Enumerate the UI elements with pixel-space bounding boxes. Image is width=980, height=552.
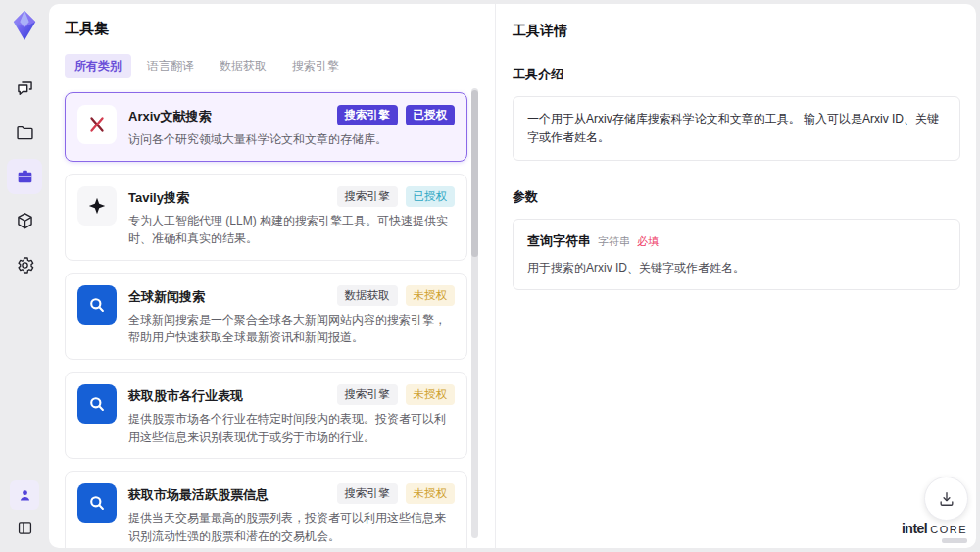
sidebar-item-chat[interactable] [7, 71, 42, 106]
tool-card-1[interactable]: Tavily搜索 搜索引擎 已授权 专为人工智能代理 (LLM) 构建的搜索引擎… [65, 174, 467, 261]
category-badge: 搜索引擎 [337, 105, 398, 125]
user-icon [17, 487, 33, 504]
tool-card-4[interactable]: 获取市场最活跃股票信息 搜索引擎 未授权 提供当天交易量最高的股票列表，投资者可… [65, 471, 467, 548]
tool-badges: 数据获取 未授权 [337, 285, 456, 306]
sidebar-item-tools[interactable] [7, 159, 42, 194]
tool-card-2[interactable]: 全球新闻搜索 数据获取 未授权 全球新闻搜索是一个聚合全球各大新闻网站内容的搜索… [65, 273, 467, 360]
tool-badges: 搜索引擎 已授权 [337, 105, 456, 125]
download-icon [937, 489, 956, 509]
rail-nav [7, 71, 42, 291]
search-globe-icon [86, 393, 108, 415]
tool-detail-panel: 工具详情 工具介绍 一个用于从Arxiv存储库搜索科学论文和文章的工具。 输入可… [497, 4, 976, 548]
params-heading: 参数 [513, 188, 960, 206]
tool-description: 专为人工智能代理 (LLM) 构建的搜索引擎工具。可快速提供实时、准确和真实的结… [128, 212, 455, 248]
search-globe-icon [86, 294, 108, 316]
tool-card-0[interactable]: Arxiv文献搜索 搜索引擎 已授权 访问各个研究领域大量科学论文和文章的存储库… [65, 92, 467, 162]
status-badge: 未授权 [406, 285, 456, 306]
param-description: 用于搜索的Arxiv ID、关键字或作者姓名。 [527, 260, 946, 276]
category-tabs: 所有类别语言翻译数据获取搜索引擎 [65, 54, 467, 78]
intro-heading: 工具介绍 [513, 66, 960, 83]
app-logo [9, 8, 40, 43]
page-title: 工具集 [65, 20, 467, 38]
category-badge: 搜索引擎 [337, 483, 398, 504]
tool-list-panel: 工具集 所有类别语言翻译数据获取搜索引擎 Arxiv文献搜索 搜索引擎 已授权 … [49, 4, 496, 548]
tool-card-3[interactable]: 获取股市各行业表现 搜索引擎 未授权 提供股票市场各个行业在特定时间段内的表现。… [65, 372, 467, 459]
param-head: 查询字符串 字符串 必填 [527, 232, 946, 250]
tool-badges: 搜索引擎 未授权 [337, 384, 456, 405]
intel-word: intel [902, 521, 927, 536]
tool-name: 获取市场最活跃股票信息 [128, 483, 269, 504]
list-scrollbar[interactable] [471, 88, 478, 538]
blue-search-tool-icon [77, 483, 117, 523]
core-word: core [930, 524, 967, 535]
arxiv-icon [86, 114, 108, 135]
detail-title: 工具详情 [513, 23, 960, 40]
blue-search-tool-icon [77, 384, 117, 424]
status-badge: 已授权 [406, 105, 456, 125]
collapse-panel-button[interactable] [10, 513, 39, 542]
sparkle-icon [86, 195, 108, 217]
briefcase-icon [15, 167, 35, 187]
sidebar-item-files[interactable] [7, 115, 42, 150]
tool-description: 全球新闻搜索是一个聚合全球各大新闻网站内容的搜索引擎，帮助用户快速获取全球最新资… [128, 311, 455, 347]
tool-badges: 搜索引擎 已授权 [337, 186, 456, 207]
params-section: 参数 查询字符串 字符串 必填 用于搜索的Arxiv ID、关键字或作者姓名。 [513, 188, 960, 290]
folder-icon [15, 123, 35, 143]
user-avatar-button[interactable] [10, 480, 39, 510]
main-content-card: 工具集 所有类别语言翻译数据获取搜索引擎 Arxiv文献搜索 搜索引擎 已授权 … [49, 4, 976, 548]
diamond-logo-icon [11, 10, 38, 41]
tab-1[interactable]: 语言翻译 [137, 54, 204, 78]
tab-2[interactable]: 数据获取 [210, 54, 276, 78]
tool-intro-box: 一个用于从Arxiv存储库搜索科学论文和文章的工具。 输入可以是Arxiv ID… [513, 96, 960, 161]
blue-search-tool-icon [77, 285, 117, 325]
scrollbar-thumb[interactable] [471, 90, 478, 257]
sidebar-item-models[interactable] [7, 203, 42, 238]
tool-name: Tavily搜索 [128, 186, 189, 207]
category-badge: 数据获取 [337, 285, 398, 306]
status-badge: 未授权 [406, 384, 456, 405]
rail-bottom [10, 480, 39, 542]
category-badge: 搜索引擎 [337, 384, 398, 405]
tool-name: Arxiv文献搜索 [128, 105, 212, 125]
tool-badges: 搜索引擎 未授权 [337, 483, 456, 504]
tab-0[interactable]: 所有类别 [65, 54, 131, 78]
tool-description: 访问各个研究领域大量科学论文和文章的存储库。 [128, 130, 455, 149]
param-required-badge: 必填 [637, 234, 659, 249]
search-globe-icon [86, 492, 108, 514]
status-badge: 未授权 [406, 483, 456, 504]
arxiv-tool-icon [77, 105, 117, 144]
sidebar-item-settings[interactable] [7, 247, 42, 282]
panel-layout-icon [16, 519, 34, 537]
intel-core-logo: intel core [902, 521, 967, 543]
chat-icon [15, 78, 35, 99]
param-type: 字符串 [598, 234, 630, 249]
category-badge: 搜索引擎 [337, 186, 398, 207]
tool-list: Arxiv文献搜索 搜索引擎 已授权 访问各个研究领域大量科学论文和文章的存储库… [65, 92, 467, 548]
intel-core-sub-badge [942, 538, 967, 543]
tool-name: 获取股市各行业表现 [128, 384, 243, 405]
sparkle-tool-icon [77, 186, 117, 226]
tab-3[interactable]: 搜索引擎 [282, 54, 349, 78]
download-button[interactable] [924, 477, 968, 521]
tool-name: 全球新闻搜索 [128, 285, 205, 306]
tool-description: 提供当天交易量最高的股票列表，投资者可以利用这些信息来识别流动性强的股票和潜在的… [128, 509, 455, 545]
tool-description: 提供股票市场各个行业在特定时间段内的表现。投资者可以利用这些信息来识别表现优于或… [128, 410, 455, 446]
cube-icon [15, 211, 35, 231]
gear-icon [15, 255, 35, 276]
app-rail [0, 0, 49, 552]
param-name: 查询字符串 [527, 232, 591, 250]
status-badge: 已授权 [406, 186, 456, 207]
param-box: 查询字符串 字符串 必填 用于搜索的Arxiv ID、关键字或作者姓名。 [513, 219, 960, 290]
intel-core-wordmark: intel core [902, 521, 967, 536]
